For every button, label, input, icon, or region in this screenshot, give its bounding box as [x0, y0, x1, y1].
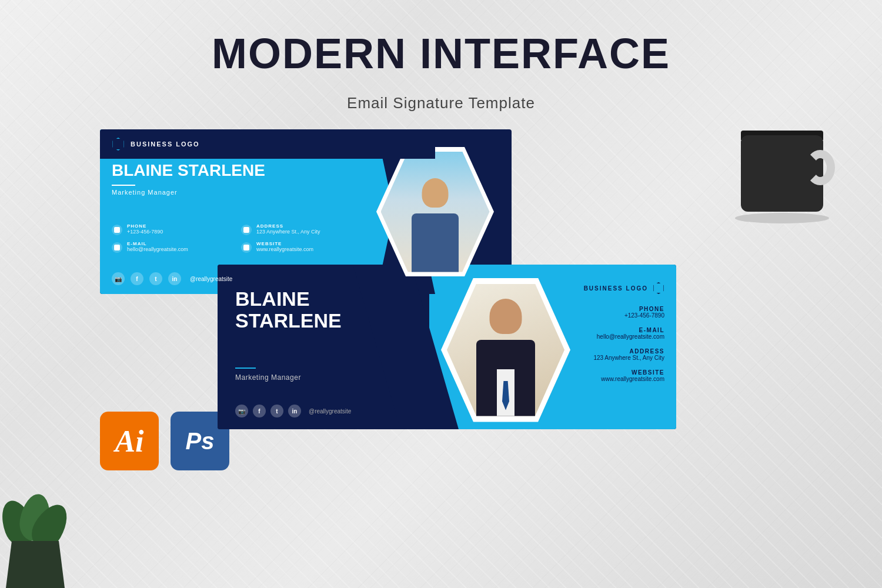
card1-logo-bar: BUSINESS LOGO: [100, 129, 435, 159]
card1-photo-inner: [381, 152, 490, 272]
illustrator-label: Ai: [115, 424, 143, 459]
card2-website-label: WEBSITE: [584, 369, 664, 376]
card2-logo-row: BUSINESS LOGO: [584, 282, 664, 294]
card2-social-bar: 📷 f t in @reallygreatsite: [235, 405, 351, 417]
coffee-cup-decoration: [741, 118, 847, 223]
card2-facebook-icon: f: [253, 405, 266, 417]
card1-divider: [112, 185, 135, 186]
card2-twitter-icon: t: [270, 405, 283, 417]
card2-photo-hexagon: [435, 273, 576, 426]
card1-email-group: E-MAIL hello@reallygreatsite.com: [127, 241, 188, 252]
card2-hexagon-frame: [441, 278, 570, 422]
card2-instagram-icon: 📷: [235, 405, 248, 417]
card1-phone-group: PHONE +123-456-7890: [127, 223, 163, 235]
card2-website-value: www.reallygreatsite.com: [584, 376, 664, 382]
card1-phone-item: PHONE +123-456-7890: [112, 223, 229, 235]
card1-website-label: WEBSITE: [256, 241, 313, 246]
card2-email-value: hello@reallygreatsite.com: [584, 333, 664, 340]
person2-head: [490, 299, 522, 334]
card1-logo-text: BUSINESS LOGO: [131, 141, 200, 148]
card1-phone-value: +123-456-7890: [127, 229, 163, 235]
card2-logo-text: BUSINESS LOGO: [584, 285, 648, 292]
card1-person-illustration: [400, 178, 470, 272]
card1-address-value: 123 Anywhere St., Any City: [256, 229, 320, 235]
card1-name-section: BLAINE STARLENE Marketing Manager: [112, 162, 265, 196]
page-subtitle: Email Signature Template: [0, 94, 882, 112]
card1-address-label: ADDRESS: [256, 223, 320, 229]
card1-email-label: E-MAIL: [127, 241, 188, 246]
card2-person-illustration: [462, 299, 550, 416]
card2-social-handle: @reallygreatsite: [309, 408, 351, 415]
card1-website-value: www.reallygreatsite.com: [256, 246, 313, 252]
card2-phone-label: PHONE: [584, 306, 664, 312]
card1-phone-label: PHONE: [127, 223, 163, 229]
instagram-icon: 📷: [112, 272, 125, 285]
card2-address-item: ADDRESS 123 Anywhere St., Any City: [584, 348, 664, 361]
card1-job-title: Marketing Manager: [112, 189, 265, 196]
card2-logo-hexicon: [653, 282, 664, 294]
page-title: MODERN INTERFACE: [0, 29, 882, 78]
phone-icon: [112, 225, 122, 235]
photoshop-label: Ps: [186, 428, 215, 455]
card1-address-group: ADDRESS 123 Anywhere St., Any City: [256, 223, 320, 235]
card2-phone-item: PHONE +123-456-7890: [584, 306, 664, 319]
card1-contact-grid: PHONE +123-456-7890 ADDRESS 123 Anywhere…: [112, 223, 359, 253]
card1-person-name: BLAINE STARLENE: [112, 162, 265, 180]
card1-social-handle: @reallygreatsite: [190, 276, 232, 282]
tool-badges: Ai Ps: [100, 412, 229, 470]
person1-head: [422, 178, 449, 208]
card2-job-title: Marketing Manager: [235, 373, 301, 382]
illustrator-badge: Ai: [100, 412, 159, 470]
card1-email-value: hello@reallygreatsite.com: [127, 246, 188, 252]
card1-logo-hexicon: [112, 138, 125, 151]
card2-contact-section: BUSINESS LOGO PHONE +123-456-7890 E-MAIL…: [584, 282, 664, 390]
card2-name-line1: BLAINE: [235, 288, 342, 310]
card2-address-label: ADDRESS: [584, 348, 664, 355]
card1-address-item: ADDRESS 123 Anywhere St., Any City: [241, 223, 359, 235]
twitter-icon: t: [149, 272, 162, 285]
linkedin-icon: in: [168, 272, 181, 285]
card1-email-item: E-MAIL hello@reallygreatsite.com: [112, 241, 229, 253]
person1-body: [412, 213, 459, 272]
email-signature-card2: BLAINE STARLENE Marketing Manager 📷 f t …: [218, 265, 676, 429]
card1-social-bar: 📷 f t in @reallygreatsite: [112, 272, 232, 285]
facebook-icon: f: [131, 272, 143, 285]
email-icon: [112, 242, 122, 253]
website-icon: [241, 242, 252, 253]
card1-website-group: WEBSITE www.reallygreatsite.com: [256, 241, 313, 252]
card2-hexagon-inner: [447, 284, 564, 416]
card2-phone-value: +123-456-7890: [584, 312, 664, 319]
card2-divider: [235, 368, 256, 369]
address-icon: [241, 225, 252, 235]
card1-website-item: WEBSITE www.reallygreatsite.com: [241, 241, 359, 253]
card2-linkedin-icon: in: [288, 405, 301, 417]
card2-person-name: BLAINE STARLENE: [235, 288, 342, 332]
card2-address-value: 123 Anywhere St., Any City: [584, 355, 664, 361]
card2-email-item: E-MAIL hello@reallygreatsite.com: [584, 327, 664, 340]
card2-name-line2: STARLENE: [235, 310, 342, 332]
card2-website-item: WEBSITE www.reallygreatsite.com: [584, 369, 664, 382]
card2-email-label: E-MAIL: [584, 327, 664, 333]
plant-decoration: [0, 470, 76, 588]
